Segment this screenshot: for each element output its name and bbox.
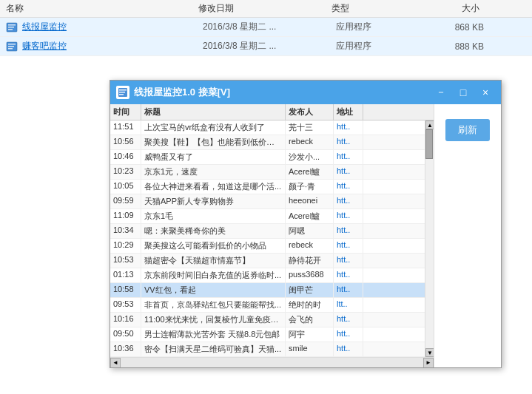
svg-rect-3 xyxy=(8,29,13,30)
cell-addr[interactable]: htt.. xyxy=(334,209,363,223)
table-row[interactable]: 01:13京东前段时间旧白条充值的返券临时...puss3688htt.. xyxy=(110,268,425,283)
cell-author: Acerel鱸 xyxy=(286,209,334,223)
data-table-header: 时间 标题 发布人 地址 xyxy=(110,104,434,120)
file-table-header: 名称 修改日期 类型 大小 xyxy=(0,0,532,18)
cell-title: 天猫APP新人专享购物券 xyxy=(141,194,286,208)
cell-title: 京东1元，速度 xyxy=(141,165,286,179)
cell-author: puss3688 xyxy=(286,268,334,282)
file-icon xyxy=(6,41,18,52)
app-content: 时间 标题 发布人 地址 11:51上次宝马的vr纸盒有没有人收到了芜十三htt… xyxy=(110,104,501,367)
file-name-2[interactable]: 赚客吧监控 xyxy=(22,40,203,52)
cell-time: 10:34 xyxy=(110,224,141,238)
cell-addr[interactable]: htt.. xyxy=(334,194,363,208)
table-row[interactable]: 10:05各位大神进来看看，知道这是哪个活...颜子·青htt.. xyxy=(110,180,425,194)
cell-addr[interactable]: htt.. xyxy=(334,165,363,179)
table-row[interactable]: 09:50男士连帽薄款光苦外套 天猫8.8元包邮阿宇htt.. xyxy=(110,327,425,342)
file-size-1: 868 KB xyxy=(425,22,484,33)
table-row[interactable]: 10:36密令【扫满天星二维码可验真】天猫...smilehtt.. xyxy=(110,342,425,357)
scroll-thumb-area xyxy=(425,129,434,348)
file-row[interactable]: 线报屋监控 2016/3/8 星期二 ... 应用程序 868 KB xyxy=(0,18,532,37)
th-author: 发布人 xyxy=(286,104,334,120)
svg-rect-2 xyxy=(8,27,14,28)
file-icon xyxy=(6,21,18,33)
scroll-up-button[interactable]: ▲ xyxy=(425,120,434,129)
cell-author: 静待花开 xyxy=(286,254,334,268)
cell-title: 聚美搜这么可能看到低价的小物品 xyxy=(141,239,286,253)
cell-time: 10:53 xyxy=(110,254,141,268)
col-header-name: 名称 xyxy=(6,2,198,15)
vertical-scrollbar[interactable]: ▲ ▼ xyxy=(425,120,434,357)
table-row[interactable]: 09:59天猫APP新人专享购物券heeoneihtt.. xyxy=(110,194,425,209)
side-panel: 刷新 xyxy=(434,104,501,367)
cell-addr[interactable]: htt.. xyxy=(334,239,363,253)
app-window: 线报屋监控1.0 接菜[V] － □ × 时间 标题 发布人 地址 xyxy=(110,80,502,368)
file-date-1: 2016/3/8 星期二 ... xyxy=(203,21,336,33)
refresh-button[interactable]: 刷新 xyxy=(445,119,490,141)
table-row[interactable]: 10:23京东1元，速度Acerel鱸htt.. xyxy=(110,165,425,180)
cell-addr[interactable]: htt.. xyxy=(334,224,363,238)
cell-title: 11:00来忧来忧，回复棱竹儿童免疫力... xyxy=(141,313,286,327)
cell-title: 各位大神进来看看，知道这是哪个活... xyxy=(141,180,286,194)
cell-addr[interactable]: htt.. xyxy=(334,180,363,194)
scroll-left-button[interactable]: ◄ xyxy=(110,358,121,368)
cell-addr[interactable]: htt.. xyxy=(334,327,363,342)
cell-addr[interactable]: htt.. xyxy=(334,313,363,327)
table-row[interactable]: 10:53猫超密令【天猫超市情嘉节】静待花开htt.. xyxy=(110,254,425,268)
cell-time: 09:53 xyxy=(110,298,141,312)
th-addr: 地址 xyxy=(334,104,363,120)
cell-addr[interactable]: ltt.. xyxy=(334,298,363,312)
cell-time: 01:13 xyxy=(110,268,141,282)
scroll-thumb[interactable] xyxy=(425,129,433,159)
cell-addr[interactable]: htt.. xyxy=(334,135,363,149)
data-table-body[interactable]: 11:51上次宝马的vr纸盒有没有人收到了芜十三htt..10:56聚美搜【鞋】… xyxy=(110,120,425,357)
file-type-1: 应用程序 xyxy=(336,21,425,33)
cell-time: 10:58 xyxy=(110,283,141,297)
table-row[interactable]: 10:58VV红包，看起闺甲芒htt.. xyxy=(110,283,425,298)
col-header-size: 大小 xyxy=(420,2,479,15)
table-row[interactable]: 10:34嗯：来聚美稀奇你的美阿嗯htt.. xyxy=(110,224,425,239)
scroll-right-button[interactable]: ► xyxy=(423,358,434,368)
cell-author: 沙发小... xyxy=(286,150,334,164)
scroll-track xyxy=(121,358,423,368)
cell-author: 芜十三 xyxy=(286,120,334,135)
cell-addr[interactable]: htt.. xyxy=(334,120,363,135)
cell-addr[interactable]: htt.. xyxy=(334,342,363,356)
app-title: 线报屋监控1.0 接菜[V] xyxy=(134,86,431,99)
cell-time: 10:56 xyxy=(110,135,141,149)
cell-title: 男士连帽薄款光苦外套 天猫8.8元包邮 xyxy=(141,327,286,342)
th-title: 标题 xyxy=(141,104,286,120)
table-row[interactable]: 11:09京东1毛Acerel鱸htt.. xyxy=(110,209,425,224)
file-row[interactable]: 赚客吧监控 2016/3/8 星期二 ... 应用程序 888 KB xyxy=(0,37,532,56)
svg-rect-9 xyxy=(119,89,127,91)
cell-author: smile xyxy=(286,342,334,356)
cell-addr[interactable]: htt.. xyxy=(334,283,363,297)
table-row[interactable]: 10:46威鸭蛋又有了沙发小...htt.. xyxy=(110,150,425,165)
maximize-button[interactable]: □ xyxy=(454,85,473,100)
cell-addr[interactable]: htt.. xyxy=(334,254,363,268)
cell-addr[interactable]: htt.. xyxy=(334,268,363,282)
table-row[interactable]: 10:1611:00来忧来忧，回复棱竹儿童免疫力...会飞的htt.. xyxy=(110,313,425,327)
close-button[interactable]: × xyxy=(476,85,495,100)
horizontal-scrollbar[interactable]: ◄ ► xyxy=(110,357,434,367)
table-row[interactable]: 10:56聚美搜【鞋】【包】也能看到低价物品rebeckhtt.. xyxy=(110,135,425,150)
app-icon xyxy=(116,86,129,99)
table-row[interactable]: 10:29聚美搜这么可能看到低价的小物品rebeckhtt.. xyxy=(110,239,425,254)
svg-rect-5 xyxy=(8,44,16,45)
svg-rect-10 xyxy=(119,92,125,93)
th-time: 时间 xyxy=(110,104,141,120)
file-name-1[interactable]: 线报屋监控 xyxy=(22,21,203,33)
scroll-down-button[interactable]: ▼ xyxy=(425,348,434,357)
table-row[interactable]: 09:53非首页，京岛驿站红包只要能能帮找...绝时的时ltt.. xyxy=(110,298,425,313)
cell-time: 09:50 xyxy=(110,327,141,342)
cell-addr[interactable]: htt.. xyxy=(334,150,363,164)
file-date-2: 2016/3/8 星期二 ... xyxy=(203,40,336,52)
col-header-date: 修改日期 xyxy=(198,2,331,15)
svg-rect-1 xyxy=(8,24,16,26)
cell-time: 10:05 xyxy=(110,180,141,194)
minimize-button[interactable]: － xyxy=(431,85,451,100)
cell-author: 颜子·青 xyxy=(286,180,334,194)
cell-time: 09:59 xyxy=(110,194,141,208)
cell-time: 10:23 xyxy=(110,165,141,179)
cell-author: 阿嗯 xyxy=(286,224,334,238)
table-row[interactable]: 11:51上次宝马的vr纸盒有没有人收到了芜十三htt.. xyxy=(110,120,425,135)
